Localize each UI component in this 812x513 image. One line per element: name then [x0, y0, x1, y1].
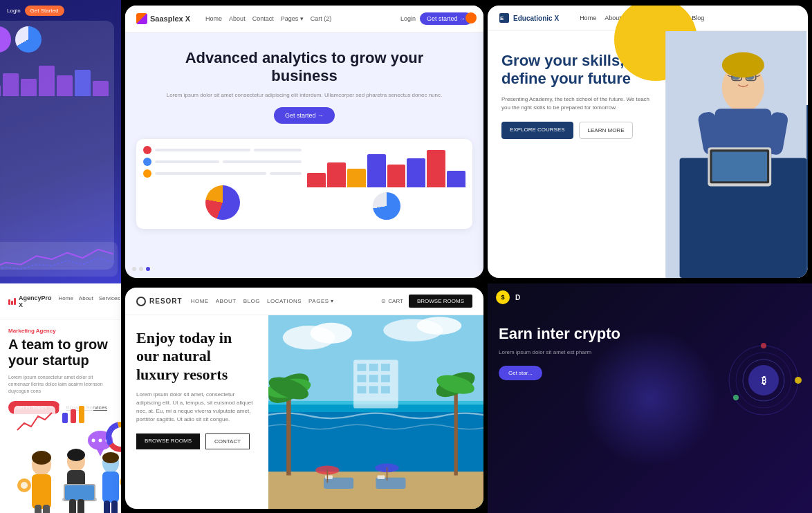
svg-rect-34 [65, 485, 94, 500]
browse-rooms-nav-button[interactable]: BROWSE ROOMS [409, 295, 472, 308]
saasplex-nav-links: Home About Contact Pages ▾ Cart (2) [205, 15, 331, 22]
svg-rect-73 [378, 476, 385, 479]
svg-rect-19 [14, 406, 55, 433]
resort-hero-image [268, 315, 483, 509]
agencypro-card: AgencyPro X Home About Services Pages ▾ … [0, 283, 121, 513]
svg-rect-22 [71, 409, 76, 423]
svg-rect-79 [358, 364, 367, 371]
nav-about[interactable]: About [229, 15, 246, 22]
dashboard-row-3 [143, 169, 302, 178]
agency-people-svg [14, 402, 121, 513]
saasplex-login[interactable]: Login [400, 15, 416, 22]
svg-marker-43 [97, 449, 104, 456]
svg-rect-38 [102, 472, 119, 503]
resort-text-panel: Enjoy today in our natural luxury resort… [125, 315, 268, 509]
resort-nav-blog[interactable]: BLOG [243, 298, 260, 304]
agencypro-hero-tag: Marketing Agency [8, 328, 113, 334]
saasplex-card: Saasplex X Home About Contact Pages ▾ Ca… [125, 6, 483, 278]
svg-point-94 [761, 343, 766, 348]
educationic-buttons: EXPLORE COURSES LEARN MORE [501, 122, 650, 139]
resort-nav-locations[interactable]: LOCATIONS [267, 298, 302, 304]
dash-line-2b [223, 160, 302, 163]
bar-1 [307, 173, 326, 187]
resort-nav-pages[interactable]: PAGES ▾ [308, 298, 334, 304]
svg-point-31 [67, 449, 85, 461]
nav-pages[interactable]: Pages ▾ [281, 15, 304, 22]
svg-text:₿: ₿ [762, 375, 766, 386]
educationic-text: Grow your skills, define your future Pre… [488, 31, 664, 278]
educationic-card: E Educationic X Home About Courses Pages… [488, 6, 808, 278]
nav-contact[interactable]: Contact [252, 15, 274, 22]
bar-2 [327, 162, 346, 187]
svg-rect-25 [32, 474, 51, 509]
educationic-brand-name: Educationic X [513, 15, 559, 22]
chrome-icon [143, 146, 151, 154]
explore-courses-button[interactable]: EXPLORE COURSES [501, 122, 573, 139]
svg-point-18 [721, 53, 764, 78]
agency-nav-home[interactable]: Home [59, 295, 73, 308]
svg-rect-80 [369, 364, 378, 371]
dashboard-row-1 [143, 146, 302, 154]
cart-label: CART [388, 298, 403, 304]
dash-line-2 [155, 160, 219, 163]
agencypro-logo: AgencyPro X [8, 295, 52, 308]
safari-icon [143, 169, 151, 178]
saasplex-navbar: Saasplex X Home About Contact Pages ▾ Ca… [125, 6, 483, 32]
dashboard-right-panel [307, 146, 465, 222]
bar-8 [447, 171, 465, 187]
dashboard-bar-chart [307, 146, 465, 187]
bar-5 [387, 165, 406, 187]
resort-nav-home[interactable]: HOME [191, 298, 209, 304]
resort-hero-subtitle: Lorem ipsum dolor sit amet, consectetur … [136, 391, 257, 424]
resort-cart[interactable]: ⊙ CART [381, 298, 403, 304]
learn-more-button[interactable]: LEARN MORE [579, 122, 634, 139]
resort-card: RESORT HOME ABOUT BLOG LOCATIONS PAGES ▾… [125, 288, 483, 509]
svg-point-39 [102, 452, 119, 463]
nav-cart[interactable]: Cart (2) [311, 15, 332, 22]
dashboard-row-2 [143, 158, 302, 166]
dash-line-1 [155, 149, 250, 151]
saasplex-hero-cta[interactable]: Get started → [274, 107, 335, 124]
resort-nav-links: HOME ABOUT BLOG LOCATIONS PAGES ▾ [191, 298, 334, 304]
svg-text:E: E [500, 15, 504, 21]
edu-nav-home[interactable]: Home [580, 15, 596, 21]
svg-rect-84 [381, 375, 390, 382]
bar-6 [407, 158, 425, 187]
agency-illustration [14, 402, 118, 513]
svg-rect-36 [77, 499, 84, 513]
saasplex-brand-name: Saasplex X [150, 15, 190, 23]
person-illustration [664, 31, 808, 278]
svg-point-52 [116, 431, 121, 442]
svg-rect-63 [286, 390, 290, 476]
crypto-cta-button[interactable]: Get star... [499, 366, 542, 380]
svg-rect-41 [111, 501, 118, 513]
svg-point-45 [99, 439, 102, 442]
svg-rect-81 [381, 364, 390, 371]
svg-rect-82 [358, 375, 367, 382]
browse-rooms-hero-button[interactable]: BROWSE ROOMS [136, 433, 200, 449]
login-button[interactable]: Login [7, 8, 21, 14]
resort-nav-about[interactable]: ABOUT [216, 298, 237, 304]
crypto-brand-name: D [515, 294, 520, 301]
educationic-hero-title: Grow your skills, define your future [501, 52, 650, 88]
svg-rect-86 [369, 386, 378, 393]
agencypro-hero-title: A team to grow your startup [8, 337, 113, 369]
resort-navbar: RESORT HOME ABOUT BLOG LOCATIONS PAGES ▾… [125, 288, 483, 315]
svg-rect-83 [369, 375, 378, 382]
edu-nav-blog[interactable]: Blog [692, 15, 704, 21]
get-started-button[interactable]: Get Started [25, 6, 64, 16]
svg-rect-21 [62, 413, 68, 423]
saasplex-get-started-btn[interactable]: Get started → [420, 12, 472, 25]
saasplex-logo: Saasplex X [136, 13, 190, 24]
saasplex-logo-icon [136, 13, 147, 24]
svg-rect-87 [381, 386, 390, 393]
agency-nav-about[interactable]: About [79, 295, 93, 308]
contact-button[interactable]: CONTACT [205, 433, 250, 449]
bar-4 [367, 154, 386, 187]
nav-home[interactable]: Home [205, 15, 222, 22]
svg-rect-70 [324, 478, 353, 489]
svg-rect-85 [358, 386, 367, 393]
resort-logo-icon [136, 297, 146, 306]
dashboard-left-panel [143, 146, 302, 222]
agency-nav-services[interactable]: Services [99, 295, 120, 308]
